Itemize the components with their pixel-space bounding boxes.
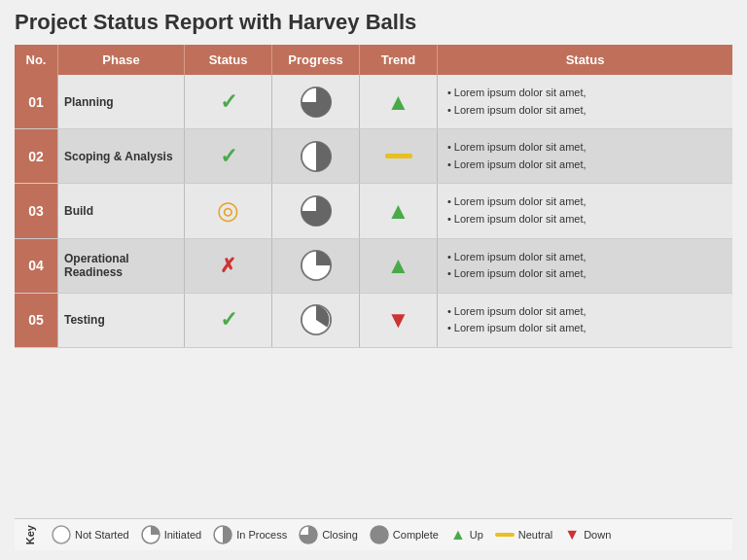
legend-label-up: Up — [470, 529, 483, 541]
row-phase: Build — [58, 184, 185, 237]
harvey-ball-icon — [300, 86, 333, 119]
row-trend: ▼ — [360, 294, 438, 347]
legend-ball-empty-icon — [52, 525, 71, 544]
check-icon: ✓ — [220, 89, 237, 115]
legend-ball-closing-icon — [299, 525, 318, 544]
legend-trend-neutral-icon — [495, 533, 515, 537]
table-row: 05Testing✓▼Lorem ipsum dolor sit amet,Lo… — [15, 294, 732, 348]
status-text-line: Lorem ipsum dolor sit amet, — [447, 157, 587, 174]
row-number: 03 — [15, 184, 58, 237]
row-number: 04 — [15, 239, 58, 293]
row-status-text: Lorem ipsum dolor sit amet,Lorem ipsum d… — [438, 129, 732, 183]
legend-label-down: Down — [584, 529, 611, 541]
row-trend: ▲ — [360, 75, 438, 128]
legend-trend-up-icon: ▲ — [450, 526, 466, 543]
legend-key-label: Key — [24, 525, 36, 544]
header-status: Status — [185, 45, 272, 75]
legend-item-not-started: Not Started — [52, 525, 129, 544]
header-no: No. — [15, 45, 58, 75]
status-text-line: Lorem ipsum dolor sit amet, — [447, 265, 587, 283]
legend-item-closing: Closing — [299, 525, 358, 544]
trend-up-icon: ▲ — [387, 252, 410, 279]
status-text-line: Lorem ipsum dolor sit amet, — [447, 193, 587, 211]
row-harvey-ball — [272, 294, 360, 347]
status-text-line: Lorem ipsum dolor sit amet, — [447, 303, 587, 321]
legend-label-not-started: Not Started — [75, 529, 129, 541]
row-number: 05 — [15, 294, 58, 347]
row-status-text: Lorem ipsum dolor sit amet,Lorem ipsum d… — [438, 294, 732, 347]
cross-icon: ✗ — [220, 254, 236, 277]
legend-label-neutral: Neutral — [518, 529, 552, 541]
trend-neutral-icon — [385, 154, 412, 158]
row-harvey-ball — [272, 75, 360, 128]
legend-item-complete: Complete — [370, 525, 439, 544]
row-status-icon: ✓ — [185, 294, 272, 347]
status-text-line: Lorem ipsum dolor sit amet, — [447, 211, 587, 228]
legend-trend-down-icon: ▼ — [564, 526, 580, 543]
header-trend: Trend — [360, 45, 438, 75]
row-phase: Testing — [58, 294, 185, 347]
legend-label-complete: Complete — [393, 529, 439, 541]
table-row: 03Build◎▲Lorem ipsum dolor sit amet,Lore… — [15, 184, 732, 238]
trend-down-icon: ▼ — [387, 306, 410, 333]
table-row: 02Scoping & Analysis✓Lorem ipsum dolor s… — [15, 129, 732, 184]
row-status-icon: ✗ — [185, 239, 272, 293]
legend-item-neutral: Neutral — [495, 529, 552, 541]
row-phase: Scoping & Analysis — [58, 129, 185, 183]
legend-label-closing: Closing — [322, 529, 358, 541]
harvey-ball-icon — [300, 249, 333, 282]
legend-item-in-process: In Process — [213, 525, 287, 544]
legend-item-up: ▲ Up — [450, 526, 483, 543]
row-trend: ▲ — [360, 239, 438, 293]
row-status-text: Lorem ipsum dolor sit amet,Lorem ipsum d… — [438, 239, 732, 293]
row-status-icon: ✓ — [185, 75, 272, 128]
header-phase: Phase — [58, 45, 185, 75]
status-text-line: Lorem ipsum dolor sit amet, — [447, 139, 587, 157]
svg-point-9 — [371, 526, 388, 543]
row-status-icon: ✓ — [185, 129, 272, 183]
header-status2: Status — [438, 45, 732, 75]
row-trend: ▲ — [360, 184, 438, 237]
trend-up-icon: ▲ — [387, 197, 410, 225]
status-text-line: Lorem ipsum dolor sit amet, — [447, 85, 587, 102]
trend-up-icon: ▲ — [387, 88, 410, 116]
table-container: No. Phase Status Progress Trend Status 0… — [15, 45, 732, 518]
status-text-line: Lorem ipsum dolor sit amet, — [447, 320, 587, 337]
legend-ball-quarter-icon — [141, 525, 160, 544]
harvey-ball-icon — [300, 140, 333, 173]
row-number: 01 — [15, 75, 58, 128]
legend-item-initiated: Initiated — [141, 525, 202, 544]
check-icon: ✓ — [220, 307, 237, 332]
row-trend — [360, 129, 438, 183]
row-harvey-ball — [272, 184, 360, 237]
table-header: No. Phase Status Progress Trend Status — [15, 45, 732, 75]
table-row: 04Operational Readiness✗▲Lorem ipsum dol… — [15, 239, 732, 294]
row-phase: Planning — [58, 75, 185, 128]
row-status-text: Lorem ipsum dolor sit amet,Lorem ipsum d… — [438, 184, 732, 237]
status-text-line: Lorem ipsum dolor sit amet, — [447, 102, 587, 120]
table-row: 01Planning✓▲Lorem ipsum dolor sit amet,L… — [15, 75, 732, 129]
row-status-icon: ◎ — [185, 184, 272, 237]
harvey-ball-icon — [300, 303, 333, 336]
table-body: 01Planning✓▲Lorem ipsum dolor sit amet,L… — [15, 75, 732, 518]
row-harvey-ball — [272, 239, 360, 293]
header-progress: Progress — [272, 45, 360, 75]
legend-label-initiated: Initiated — [164, 529, 202, 541]
check-icon: ✓ — [220, 144, 237, 169]
legend: Key Not Started Initiated In Process Clo… — [15, 518, 732, 550]
page-title: Project Status Report with Harvey Balls — [15, 10, 732, 35]
row-number: 02 — [15, 129, 58, 183]
legend-ball-full-icon — [370, 525, 389, 544]
status-text-line: Lorem ipsum dolor sit amet, — [447, 249, 587, 266]
legend-item-down: ▼ Down — [564, 526, 611, 543]
harvey-ball-icon — [300, 194, 333, 228]
legend-ball-half-icon — [213, 525, 232, 544]
legend-label-in-process: In Process — [236, 529, 287, 541]
row-phase: Operational Readiness — [58, 239, 185, 293]
row-status-text: Lorem ipsum dolor sit amet,Lorem ipsum d… — [438, 75, 732, 128]
warning-icon: ◎ — [217, 195, 239, 226]
svg-point-5 — [53, 526, 70, 543]
row-harvey-ball — [272, 129, 360, 183]
